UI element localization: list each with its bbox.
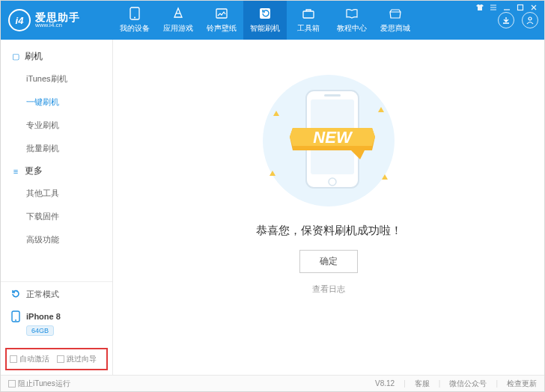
sidebar-item-itunes-flash[interactable]: iTunes刷机 bbox=[1, 67, 112, 91]
nav-store[interactable]: 爱思商城 bbox=[374, 1, 417, 40]
support-link[interactable]: 客服 bbox=[415, 379, 430, 389]
header-right-icons bbox=[493, 12, 544, 28]
nav-label: 教程中心 bbox=[337, 23, 367, 34]
nav-label: 铃声壁纸 bbox=[207, 23, 237, 34]
status-bar: 阻止iTunes运行 V8.12 | 客服 | 微信公众号 | 检查更新 bbox=[1, 375, 544, 391]
sidebar-item-oneclick-flash[interactable]: 一键刷机 bbox=[1, 91, 112, 114]
book-icon bbox=[345, 7, 359, 20]
wallpaper-icon bbox=[215, 7, 228, 20]
sidebar-item-batch-flash[interactable]: 批量刷机 bbox=[1, 137, 112, 160]
app-header: i4 爱思助手 www.i4.cn 我的设备 应用游戏 铃声壁纸 智能刷机 工具… bbox=[1, 1, 544, 40]
sidebar-group-more: ≡ 更多 bbox=[1, 160, 112, 182]
svg-point-2 bbox=[134, 17, 136, 19]
nav-flash[interactable]: 智能刷机 bbox=[243, 1, 287, 40]
nav-label: 我的设备 bbox=[120, 23, 150, 34]
menu-icon[interactable] bbox=[489, 3, 498, 12]
phone-icon bbox=[128, 7, 141, 20]
sidebar-group-flash: ▢ 刷机 bbox=[1, 46, 112, 67]
new-ribbon-text: NEW bbox=[313, 128, 353, 147]
separator: | bbox=[404, 379, 406, 388]
view-log-link[interactable]: 查看日志 bbox=[312, 284, 345, 295]
device-name: iPhone 8 bbox=[26, 312, 61, 321]
toolbox-icon bbox=[302, 7, 315, 20]
checkbox-skip-guide[interactable]: 跳过向导 bbox=[57, 354, 97, 364]
device-mode[interactable]: 正常模式 bbox=[1, 282, 112, 306]
brand-subtitle: www.i4.cn bbox=[35, 22, 80, 28]
sidebar-item-other-tools[interactable]: 其他工具 bbox=[1, 182, 112, 205]
device-mode-label: 正常模式 bbox=[26, 289, 59, 300]
phone-outline-icon: ▢ bbox=[11, 52, 20, 61]
tshirt-icon[interactable] bbox=[475, 3, 484, 12]
svg-point-6 bbox=[529, 17, 532, 20]
success-illustration: NEW bbox=[246, 70, 411, 212]
download-icon[interactable] bbox=[498, 12, 514, 28]
nav-apps[interactable]: 应用游戏 bbox=[156, 1, 200, 40]
checkbox-label: 阻止iTunes运行 bbox=[18, 379, 70, 389]
storage-badge: 64GB bbox=[26, 325, 54, 336]
sidebar-group-label: 更多 bbox=[25, 165, 43, 177]
check-update-link[interactable]: 检查更新 bbox=[507, 379, 537, 389]
flash-icon bbox=[258, 7, 272, 20]
separator: | bbox=[496, 379, 498, 388]
sidebar: ▢ 刷机 iTunes刷机 一键刷机 专业刷机 批量刷机 ≡ 更多 其他工具 下… bbox=[1, 40, 113, 375]
flash-options-highlight: 自动激活 跳过向导 bbox=[5, 348, 108, 370]
refresh-blue-icon bbox=[10, 288, 22, 300]
brand-logo-icon: i4 bbox=[8, 9, 31, 31]
nav-tutorials[interactable]: 教程中心 bbox=[330, 1, 374, 40]
user-icon[interactable] bbox=[522, 12, 538, 28]
svg-rect-5 bbox=[303, 11, 314, 18]
checkbox-icon bbox=[57, 355, 64, 363]
brand: i4 爱思助手 www.i4.cn bbox=[1, 9, 113, 31]
ok-button[interactable]: 确定 bbox=[299, 250, 358, 273]
device-info[interactable]: iPhone 8 64GB bbox=[1, 306, 112, 343]
store-icon bbox=[389, 7, 402, 20]
nav-label: 智能刷机 bbox=[250, 23, 280, 34]
nav-toolbox[interactable]: 工具箱 bbox=[287, 1, 330, 40]
sidebar-group-label: 刷机 bbox=[25, 50, 43, 63]
checkbox-icon bbox=[8, 380, 16, 388]
main-panel: NEW 恭喜您，保资料刷机成功啦！ 确定 查看日志 bbox=[113, 40, 544, 375]
wechat-link[interactable]: 微信公众号 bbox=[449, 379, 487, 389]
checkbox-icon bbox=[10, 355, 17, 363]
minimize-icon[interactable] bbox=[502, 3, 511, 12]
window-controls bbox=[475, 3, 538, 12]
nav-label: 工具箱 bbox=[297, 23, 320, 34]
checkbox-block-itunes[interactable]: 阻止iTunes运行 bbox=[8, 379, 70, 389]
phone-blue-icon bbox=[10, 310, 22, 322]
close-icon[interactable] bbox=[529, 3, 538, 12]
nav-ringtones[interactable]: 铃声壁纸 bbox=[200, 1, 243, 40]
checkbox-label: 自动激活 bbox=[19, 354, 49, 364]
nav-label: 应用游戏 bbox=[163, 23, 193, 34]
svg-rect-0 bbox=[518, 5, 523, 10]
svg-rect-17 bbox=[324, 94, 341, 97]
nav-my-device[interactable]: 我的设备 bbox=[113, 1, 156, 40]
top-nav: 我的设备 应用游戏 铃声壁纸 智能刷机 工具箱 教程中心 爱思商城 bbox=[113, 1, 493, 40]
more-icon: ≡ bbox=[11, 167, 20, 176]
maximize-icon[interactable] bbox=[516, 3, 525, 12]
sidebar-item-advanced[interactable]: 高级功能 bbox=[1, 228, 112, 251]
checkbox-auto-activate[interactable]: 自动激活 bbox=[10, 354, 49, 364]
nav-label: 爱思商城 bbox=[380, 23, 410, 34]
success-message: 恭喜您，保资料刷机成功啦！ bbox=[256, 224, 402, 238]
brand-title: 爱思助手 bbox=[35, 12, 80, 22]
checkbox-label: 跳过向导 bbox=[67, 354, 97, 364]
sidebar-item-download-firmware[interactable]: 下载固件 bbox=[1, 205, 112, 228]
sidebar-item-pro-flash[interactable]: 专业刷机 bbox=[1, 114, 112, 137]
separator: | bbox=[439, 379, 441, 388]
svg-point-8 bbox=[15, 319, 16, 321]
apps-icon bbox=[171, 7, 185, 20]
version-label: V8.12 bbox=[375, 379, 395, 388]
